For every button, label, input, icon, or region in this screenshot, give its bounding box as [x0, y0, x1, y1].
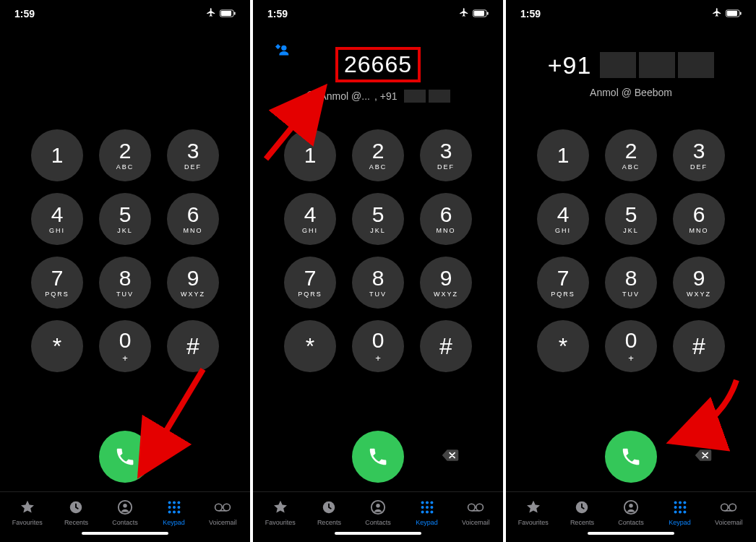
key-letters: MNO: [437, 227, 456, 234]
key-3[interactable]: 3DEF: [167, 129, 219, 181]
tab-favourites[interactable]: Favourites: [3, 499, 52, 526]
key-digit: 4: [304, 204, 317, 225]
key-7[interactable]: 7PQRS: [284, 257, 336, 309]
tab-voicemail[interactable]: Voicemail: [704, 499, 753, 526]
key-2[interactable]: 2ABC: [352, 129, 404, 181]
key-digit: 0: [625, 330, 637, 351]
key-4[interactable]: 4GHI: [284, 193, 336, 245]
key-8[interactable]: 8TUV: [352, 257, 404, 309]
key-9[interactable]: 9WXYZ: [420, 257, 472, 309]
tab-favourites[interactable]: Favourites: [509, 499, 558, 526]
backspace-button[interactable]: [694, 448, 713, 465]
key-1[interactable]: 1: [284, 129, 336, 181]
key-0[interactable]: 0+: [605, 320, 657, 372]
key-letters: WXYZ: [687, 291, 711, 298]
status-right: [206, 7, 236, 20]
number-display: [0, 24, 250, 125]
call-button[interactable]: [605, 431, 657, 483]
tab-recents[interactable]: Recents: [52, 499, 101, 526]
call-button[interactable]: [352, 431, 404, 483]
key-digit: 7: [304, 267, 317, 289]
svg-rect-19: [474, 11, 484, 16]
contact-suggestion[interactable]: Anmol @ Beebom: [590, 87, 672, 98]
key-4[interactable]: 4GHI: [537, 193, 589, 245]
tab-recents[interactable]: Recents: [558, 499, 607, 526]
contact-suggestion[interactable]: Anmol @..., +91: [306, 90, 451, 103]
key-1[interactable]: 1: [537, 129, 589, 181]
tab-contacts[interactable]: Contacts: [100, 499, 150, 526]
key-letters: GHI: [555, 227, 571, 234]
key-letters: DEF: [437, 163, 455, 171]
key-digit: 9: [187, 267, 199, 289]
key-digit: 8: [625, 267, 637, 289]
keypad: 12ABC3DEF4GHI5JKL6MNO7PQRS8TUV9WXYZ*0+#: [0, 125, 250, 418]
svg-point-49: [679, 506, 682, 509]
key-3[interactable]: 3DEF: [420, 129, 472, 181]
key-5[interactable]: 5JKL: [352, 193, 404, 245]
backspace-button[interactable]: [441, 448, 460, 465]
home-indicator[interactable]: [0, 529, 250, 542]
tab-keypad[interactable]: Keypad: [150, 499, 199, 526]
voicemail-icon: [467, 499, 484, 517]
key-9[interactable]: 9WXYZ: [673, 257, 725, 309]
entered-number: +91: [548, 51, 592, 79]
tab-recents[interactable]: Recents: [305, 499, 354, 526]
svg-point-27: [421, 502, 424, 504]
key-digit: 1: [51, 145, 64, 166]
key-1[interactable]: 1: [31, 129, 83, 181]
key-star[interactable]: *: [537, 320, 589, 372]
key-6[interactable]: 6MNO: [420, 193, 472, 245]
key-letters: PQRS: [298, 291, 322, 298]
key-2[interactable]: 2ABC: [99, 129, 151, 181]
key-5[interactable]: 5JKL: [605, 193, 657, 245]
key-8[interactable]: 8TUV: [605, 257, 657, 309]
key-7[interactable]: 7PQRS: [537, 257, 589, 309]
key-digit: 5: [372, 204, 385, 225]
key-9[interactable]: 9WXYZ: [167, 257, 219, 309]
tab-keypad[interactable]: Keypad: [656, 499, 705, 526]
key-hash[interactable]: #: [420, 320, 472, 372]
key-0[interactable]: 0+: [99, 320, 151, 372]
key-8[interactable]: 8TUV: [99, 257, 151, 309]
svg-point-23: [309, 93, 312, 95]
key-digit: 5: [119, 204, 132, 225]
key-4[interactable]: 4GHI: [31, 193, 83, 245]
tab-label: Favourites: [265, 519, 296, 526]
key-3[interactable]: 3DEF: [673, 129, 725, 181]
key-star[interactable]: *: [284, 320, 336, 372]
key-letters: +: [628, 353, 634, 364]
home-indicator[interactable]: [253, 529, 503, 542]
number-display: 26665Anmol @..., +91: [253, 24, 503, 125]
key-star[interactable]: *: [31, 320, 83, 372]
svg-point-44: [629, 504, 633, 508]
key-0[interactable]: 0+: [352, 320, 404, 372]
key-letters: JKL: [117, 227, 133, 234]
status-time: 1:59: [14, 8, 35, 20]
key-digit: *: [53, 335, 61, 358]
key-hash[interactable]: #: [167, 320, 219, 372]
call-button[interactable]: [99, 431, 151, 483]
svg-point-48: [674, 506, 676, 509]
key-7[interactable]: 7PQRS: [31, 257, 83, 309]
status-right: [459, 7, 489, 20]
redacted-number: [600, 52, 714, 78]
key-2[interactable]: 2ABC: [605, 129, 657, 181]
key-letters: ABC: [369, 163, 387, 171]
svg-point-45: [674, 502, 676, 504]
key-5[interactable]: 5JKL: [99, 193, 151, 245]
key-hash[interactable]: #: [673, 320, 725, 372]
key-letters: WXYZ: [434, 291, 458, 298]
home-indicator[interactable]: [506, 529, 756, 542]
tab-voicemail[interactable]: Voicemail: [451, 499, 500, 526]
tab-favourites[interactable]: Favourites: [256, 499, 305, 526]
phone-screen-2: 1:59 26665Anmol @..., +9112ABC3DEF4GHI5J…: [253, 0, 503, 542]
tab-voicemail[interactable]: Voicemail: [198, 499, 247, 526]
tab-contacts[interactable]: Contacts: [353, 499, 403, 526]
tab-keypad[interactable]: Keypad: [403, 499, 452, 526]
key-6[interactable]: 6MNO: [167, 193, 219, 245]
key-6[interactable]: 6MNO: [673, 193, 725, 245]
add-contact-icon[interactable]: [275, 43, 291, 61]
tab-contacts[interactable]: Contacts: [606, 499, 656, 526]
favourites-icon: [19, 499, 36, 517]
svg-point-30: [421, 506, 424, 509]
